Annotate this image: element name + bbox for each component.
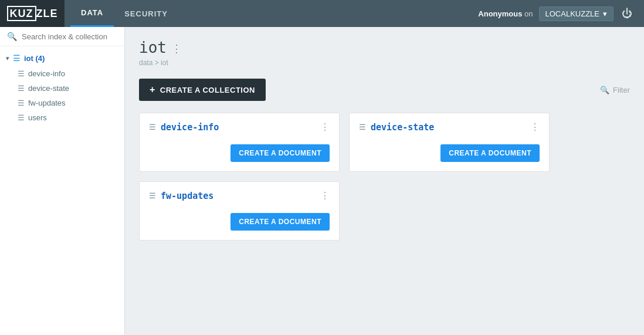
nav-security[interactable]: SECURITY — [114, 0, 178, 27]
card-header: ☰ device-state ⋮ — [350, 113, 549, 138]
search-icon: 🔍 — [7, 32, 17, 41]
list-icon: ☰ — [149, 191, 156, 200]
search-bar: 🔍 — [0, 27, 124, 46]
list-icon: ☰ — [149, 123, 156, 131]
content-area: iot ⋮ data > iot + CREATE A COLLECTION 🔍… — [125, 27, 644, 335]
create-document-button[interactable]: CREATE A DOCUMENT — [231, 213, 330, 231]
list-icon: ☰ — [18, 69, 25, 78]
card-device-info: ☰ device-info ⋮ CREATE A DOCUMENT — [139, 113, 340, 172]
card-menu-dots[interactable]: ⋮ — [530, 121, 540, 133]
card-header: ☰ fw-updates ⋮ — [140, 182, 339, 207]
nav-links: DATA SECURITY — [70, 0, 178, 27]
card-title-area: ☰ fw-updates — [149, 191, 213, 201]
list-icon: ☰ — [18, 99, 25, 107]
page-title: iot — [139, 39, 167, 56]
card-body: CREATE A DOCUMENT — [140, 138, 339, 171]
main-layout: 🔍 ▾ ☰ iot (4) ☰ device-info ☰ device-sta… — [0, 27, 644, 335]
card-menu-dots[interactable]: ⋮ — [320, 190, 330, 201]
card-title: fw-updates — [161, 191, 213, 201]
sidebar: 🔍 ▾ ☰ iot (4) ☰ device-info ☰ device-sta… — [0, 27, 125, 335]
database-icon: ☰ — [13, 53, 21, 63]
create-document-button[interactable]: CREATE A DOCUMENT — [231, 144, 330, 162]
list-icon: ☰ — [18, 113, 25, 122]
sidebar-item-fw-updates[interactable]: ☰ fw-updates — [0, 96, 124, 110]
logo-text: KUZZLE — [7, 8, 58, 20]
card-header: ☰ device-info ⋮ — [140, 113, 339, 138]
card-fw-updates: ☰ fw-updates ⋮ CREATE A DOCUMENT — [139, 181, 340, 241]
topnav: KUZZLE DATA SECURITY Anonymous on LOCALK… — [0, 0, 644, 27]
create-collection-button[interactable]: + CREATE A COLLECTION — [139, 79, 266, 101]
list-icon: ☰ — [359, 123, 366, 131]
sidebar-item-device-info[interactable]: ☰ device-info — [0, 66, 124, 81]
username: Anonymous — [478, 9, 522, 18]
search-icon: 🔍 — [600, 86, 609, 94]
card-body: CREATE A DOCUMENT — [140, 207, 339, 240]
breadcrumb: data > iot — [139, 59, 630, 67]
collection-label: device-info — [28, 69, 65, 78]
chevron-down-icon: ▾ — [6, 55, 9, 62]
chevron-down-icon: ▾ — [603, 9, 607, 18]
collection-label: users — [28, 113, 47, 122]
card-title: device-info — [161, 122, 219, 133]
plus-icon: + — [150, 84, 155, 95]
search-input[interactable] — [22, 32, 117, 41]
toolbar: + CREATE A COLLECTION 🔍 Filter — [139, 79, 630, 101]
card-body: CREATE A DOCUMENT — [350, 138, 549, 171]
logo[interactable]: KUZZLE — [0, 0, 65, 27]
sidebar-item-users[interactable]: ☰ users — [0, 110, 124, 125]
card-title-area: ☰ device-info — [149, 122, 219, 133]
card-menu-dots[interactable]: ⋮ — [320, 121, 330, 133]
page-menu-dots[interactable]: ⋮ — [171, 42, 182, 55]
env-selector[interactable]: LOCALKUZZLE ▾ — [539, 6, 614, 21]
sidebar-index-row[interactable]: ▾ ☰ iot (4) — [0, 50, 124, 66]
sidebar-item-device-state[interactable]: ☰ device-state — [0, 81, 124, 96]
power-button[interactable]: ⏻ — [622, 8, 632, 20]
card-title: device-state — [371, 122, 434, 133]
sidebar-index: ▾ ☰ iot (4) ☰ device-info ☰ device-state… — [0, 46, 124, 128]
collection-label: device-state — [28, 84, 69, 93]
index-label: iot (4) — [24, 54, 45, 63]
filter-label: Filter — [613, 86, 630, 94]
cards-grid: ☰ device-info ⋮ CREATE A DOCUMENT ☰ devi… — [139, 113, 550, 241]
collection-label: fw-updates — [28, 99, 66, 107]
create-document-button[interactable]: CREATE A DOCUMENT — [440, 144, 540, 162]
user-area: Anonymous on LOCALKUZZLE ▾ ⏻ — [478, 6, 638, 21]
content-header: iot ⋮ — [139, 39, 630, 56]
card-device-state: ☰ device-state ⋮ CREATE A DOCUMENT — [349, 113, 550, 172]
list-icon: ☰ — [18, 84, 25, 93]
card-title-area: ☰ device-state — [359, 122, 434, 133]
filter-area: 🔍 Filter — [600, 86, 630, 94]
nav-data[interactable]: DATA — [70, 0, 114, 27]
